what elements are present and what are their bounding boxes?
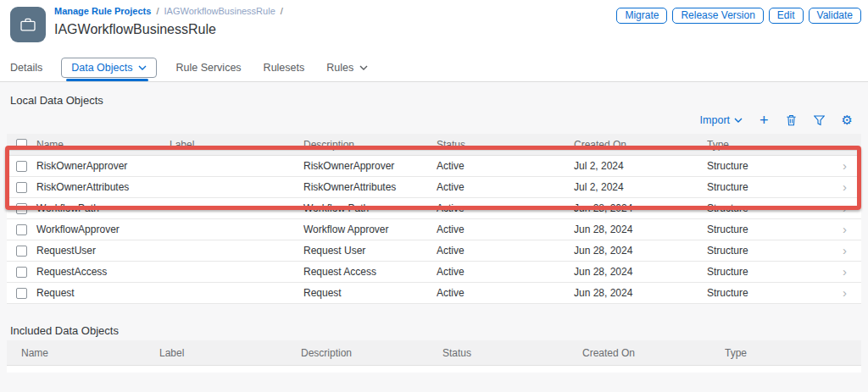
breadcrumb-root-link[interactable]: Manage Rule Projects bbox=[54, 6, 151, 16]
table-row[interactable]: RequestUser Request User Active Jun 28, … bbox=[7, 240, 861, 262]
cell-name: RequestUser bbox=[36, 245, 170, 257]
migrate-button[interactable]: Migrate bbox=[616, 8, 667, 24]
trash-icon bbox=[786, 114, 797, 126]
cell-description: Request User bbox=[303, 245, 437, 257]
cell-type: Structure bbox=[707, 224, 828, 235]
local-data-objects-table: Name Label Description Status Created On… bbox=[7, 134, 861, 304]
gear-icon: ⚙ bbox=[842, 114, 853, 126]
row-chevron-icon[interactable]: › bbox=[843, 203, 847, 213]
cell-description: Workflow Approver bbox=[303, 224, 437, 235]
add-button[interactable]: + bbox=[758, 114, 771, 126]
table-row[interactable]: Request Request Active Jun 28, 2024 Stru… bbox=[7, 283, 861, 304]
import-button[interactable]: Import bbox=[698, 114, 744, 126]
cell-name: RequestAccess bbox=[36, 266, 170, 278]
content-area: Local Data Objects Import + ⚙ Na bbox=[0, 82, 868, 392]
column-header-label[interactable]: Label bbox=[159, 347, 301, 359]
column-header-type[interactable]: Type bbox=[725, 347, 861, 359]
tab-rulesets[interactable]: Rulesets bbox=[264, 58, 305, 77]
column-header-name[interactable]: Name bbox=[21, 347, 159, 359]
cell-status: Active bbox=[437, 266, 574, 278]
tab-rules[interactable]: Rules bbox=[326, 58, 368, 77]
column-header-created-on[interactable]: Created On bbox=[574, 139, 707, 151]
tab-label: Data Objects bbox=[71, 62, 132, 74]
column-header-created-on[interactable]: Created On bbox=[582, 347, 725, 359]
validate-button[interactable]: Validate bbox=[809, 8, 861, 24]
tab-details[interactable]: Details bbox=[10, 58, 42, 77]
included-table-body bbox=[7, 366, 861, 373]
tab-bar: DetailsData ObjectsRule ServicesRulesets… bbox=[0, 54, 868, 82]
column-header-status[interactable]: Status bbox=[437, 139, 574, 151]
column-header-status[interactable]: Status bbox=[442, 347, 582, 359]
tab-data-objects[interactable]: Data Objects bbox=[61, 58, 157, 78]
cell-created-on: Jun 28, 2024 bbox=[574, 266, 707, 278]
row-checkbox[interactable] bbox=[16, 224, 27, 235]
row-chevron-icon[interactable]: › bbox=[843, 246, 847, 256]
row-checkbox[interactable] bbox=[16, 182, 27, 193]
row-chevron-icon[interactable]: › bbox=[843, 182, 847, 192]
column-header-description[interactable]: Description bbox=[303, 139, 437, 151]
row-checkbox[interactable] bbox=[16, 267, 27, 278]
local-section-title: Local Data Objects bbox=[0, 82, 868, 108]
column-header-label[interactable]: Label bbox=[170, 139, 303, 151]
cell-description: Request bbox=[303, 287, 437, 299]
cell-name: Request bbox=[36, 287, 170, 299]
cell-name: RiskOwnerAttributes bbox=[36, 181, 170, 193]
header-actions: MigrateRelease VersionEditValidate bbox=[616, 8, 861, 24]
row-checkbox[interactable] bbox=[16, 161, 27, 172]
breadcrumb-current-link[interactable]: IAGWorkflowBusinessRule bbox=[164, 6, 275, 16]
table-row[interactable]: RiskOwnerApprover RiskOwnerApprover Acti… bbox=[7, 156, 861, 177]
cell-type: Structure bbox=[707, 245, 828, 257]
edit-button[interactable]: Edit bbox=[769, 8, 804, 24]
cell-status: Active bbox=[437, 181, 574, 193]
tab-label: Rule Services bbox=[175, 62, 241, 74]
included-table-header: Name Label Description Status Created On… bbox=[7, 340, 861, 366]
table-row[interactable]: WorkflowPath Workflow Path Active Jun 28… bbox=[7, 198, 861, 219]
settings-button[interactable]: ⚙ bbox=[840, 114, 854, 126]
cell-created-on: Jun 28, 2024 bbox=[574, 245, 707, 257]
select-all-checkbox[interactable] bbox=[16, 139, 27, 150]
add-icon: + bbox=[760, 114, 769, 126]
row-chevron-icon[interactable]: › bbox=[843, 288, 847, 298]
cell-type: Structure bbox=[707, 202, 828, 214]
release-version-button[interactable]: Release Version bbox=[672, 8, 763, 24]
cell-status: Active bbox=[437, 202, 574, 214]
included-section-title: Included Data Objects bbox=[0, 304, 868, 338]
column-header-name[interactable]: Name bbox=[36, 139, 170, 151]
table-row[interactable]: RequestAccess Request Access Active Jun … bbox=[7, 262, 861, 283]
cell-description: Request Access bbox=[303, 266, 437, 278]
row-checkbox[interactable] bbox=[16, 288, 27, 299]
cell-description: RiskOwnerApprover bbox=[303, 160, 437, 172]
table-row[interactable]: RiskOwnerAttributes RiskOwnerAttributes … bbox=[7, 177, 861, 198]
cell-type: Structure bbox=[707, 287, 828, 299]
row-checkbox[interactable] bbox=[16, 203, 27, 214]
tab-label: Rules bbox=[326, 62, 353, 74]
row-chevron-icon[interactable]: › bbox=[843, 161, 847, 171]
tab-label: Rulesets bbox=[264, 62, 305, 74]
included-data-objects-table: Name Label Description Status Created On… bbox=[7, 340, 861, 373]
local-table-header: Name Label Description Status Created On… bbox=[7, 134, 861, 156]
cell-type: Structure bbox=[707, 160, 828, 172]
column-header-description[interactable]: Description bbox=[301, 347, 442, 359]
row-checkbox[interactable] bbox=[16, 246, 27, 257]
delete-button[interactable] bbox=[784, 114, 798, 126]
row-chevron-icon[interactable]: › bbox=[843, 224, 847, 235]
import-button-label: Import bbox=[700, 114, 730, 126]
row-chevron-icon[interactable]: › bbox=[843, 267, 847, 277]
cell-status: Active bbox=[437, 160, 574, 172]
table-row[interactable]: WorkflowApprover Workflow Approver Activ… bbox=[7, 219, 861, 240]
cell-created-on: Jul 2, 2024 bbox=[574, 160, 707, 172]
filter-icon bbox=[814, 115, 825, 126]
filter-button[interactable] bbox=[812, 115, 826, 126]
breadcrumb: Manage Rule Projects / IAGWorkflowBusine… bbox=[54, 6, 616, 16]
tab-label: Details bbox=[10, 62, 42, 74]
cell-status: Active bbox=[437, 287, 574, 299]
chevron-down-icon bbox=[138, 65, 147, 70]
column-header-type[interactable]: Type bbox=[707, 139, 828, 151]
tab-rule-services[interactable]: Rule Services bbox=[175, 58, 241, 77]
cell-name: WorkflowApprover bbox=[36, 224, 170, 235]
cell-status: Active bbox=[437, 245, 574, 257]
cell-type: Structure bbox=[707, 266, 828, 278]
chevron-down-icon bbox=[359, 65, 368, 70]
breadcrumb-separator: / bbox=[281, 6, 283, 16]
breadcrumb-separator: / bbox=[156, 6, 159, 16]
